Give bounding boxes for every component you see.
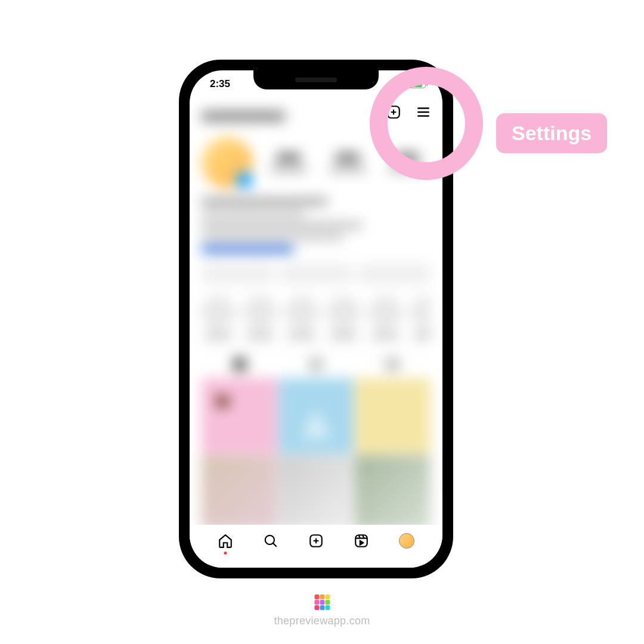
search-icon[interactable] xyxy=(262,532,280,550)
svg-line-7 xyxy=(273,543,277,547)
phone-screen: 2:35 ⚡ xyxy=(190,70,442,568)
svg-point-6 xyxy=(265,535,274,544)
watermark-text: thepreviewapp.com xyxy=(274,615,370,627)
phone-notch xyxy=(253,70,379,89)
profile-avatar[interactable] xyxy=(398,532,416,550)
create-post-icon[interactable] xyxy=(385,104,402,120)
profile-content-blurred xyxy=(190,100,442,526)
bottom-nav xyxy=(190,525,442,568)
annotation-settings-label: Settings xyxy=(496,113,607,153)
reels-icon[interactable] xyxy=(352,532,370,550)
profile-header-actions xyxy=(385,104,432,120)
status-time: 2:35 xyxy=(210,78,230,90)
home-icon[interactable] xyxy=(216,532,234,550)
watermark: thepreviewapp.com xyxy=(274,595,370,627)
battery-icon: ⚡ xyxy=(408,80,426,88)
watermark-logo-icon xyxy=(314,595,330,610)
add-icon[interactable] xyxy=(307,532,325,550)
svg-rect-11 xyxy=(355,535,367,547)
phone-frame: 2:35 ⚡ xyxy=(179,60,453,578)
hamburger-menu-icon[interactable] xyxy=(415,104,432,120)
